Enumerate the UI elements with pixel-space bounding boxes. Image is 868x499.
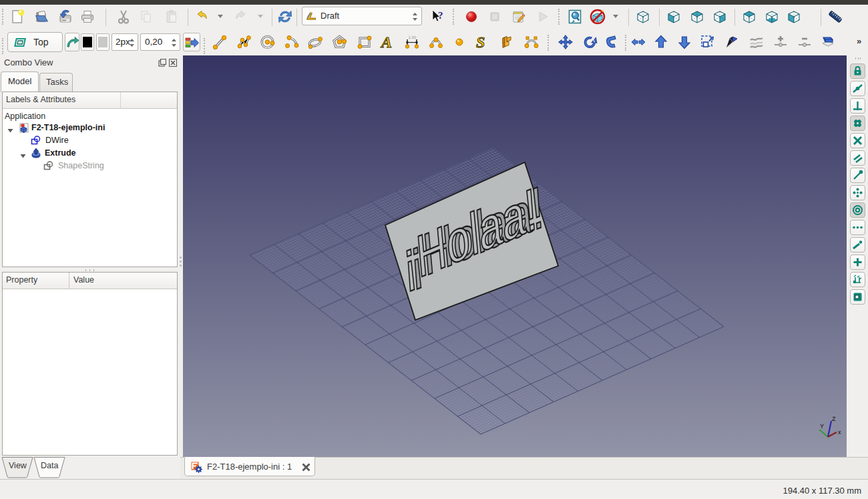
svg-text:S: S: [476, 34, 485, 50]
svg-text:x: x: [838, 429, 841, 436]
svg-text:?: ?: [438, 10, 443, 21]
svg-text:1.00: 1.00: [409, 35, 417, 39]
svg-text:Y: Y: [820, 423, 824, 430]
svg-text:A: A: [380, 34, 392, 50]
svg-text:Z: Z: [832, 415, 836, 422]
svg-text:View: View: [9, 461, 27, 470]
svg-text:Data: Data: [41, 461, 58, 470]
